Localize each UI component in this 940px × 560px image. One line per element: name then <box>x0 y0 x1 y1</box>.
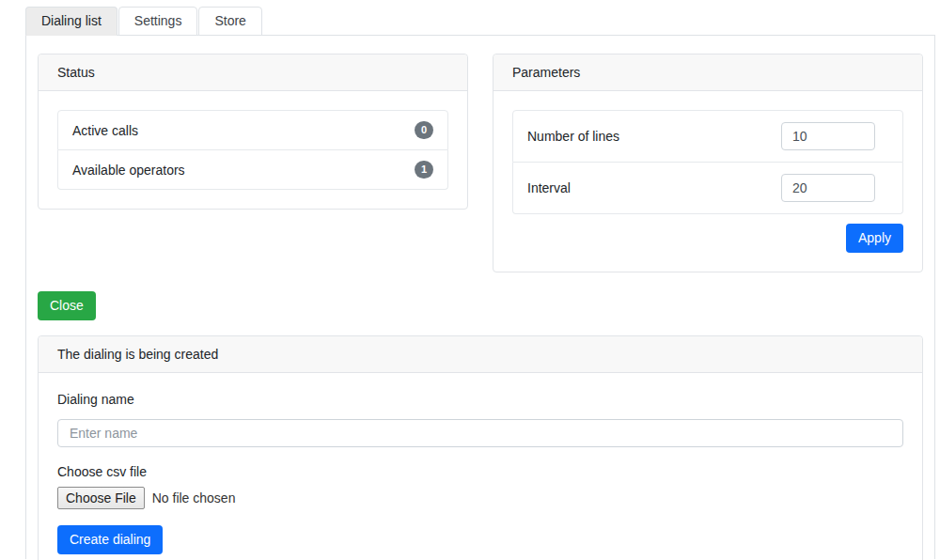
dialing-name-input[interactable] <box>57 419 903 447</box>
dialing-name-label: Dialing name <box>57 392 903 407</box>
interval-input[interactable] <box>781 174 875 202</box>
choose-file-button[interactable]: Choose File <box>57 487 145 509</box>
available-operators-badge: 1 <box>415 161 433 179</box>
active-calls-label: Active calls <box>72 123 138 138</box>
available-operators-label: Available operators <box>72 163 185 178</box>
create-dialing-card: The dialing is being created Dialing nam… <box>38 335 923 560</box>
create-dialing-card-body: Dialing name Choose csv file Choose File… <box>39 373 922 560</box>
param-row-number-of-lines: Number of lines <box>512 110 903 163</box>
close-button[interactable]: Close <box>38 291 96 320</box>
list-item-active-calls: Active calls 0 <box>57 110 448 150</box>
list-item-available-operators: Available operators 1 <box>57 150 448 190</box>
page: Dialing list Settings Store Status Activ… <box>0 0 940 560</box>
tab-content: Status Active calls 0 Available operator… <box>25 35 935 559</box>
number-of-lines-label: Number of lines <box>527 129 619 144</box>
choose-csv-label: Choose csv file <box>57 464 903 479</box>
param-row-interval: Interval <box>512 163 903 214</box>
apply-button[interactable]: Apply <box>846 224 903 253</box>
number-of-lines-input[interactable] <box>781 122 875 150</box>
file-status-text: No file chosen <box>152 490 236 506</box>
parameters-card: Parameters Number of lines Interval <box>493 54 923 272</box>
apply-row: Apply <box>512 224 903 253</box>
active-calls-badge: 0 <box>415 121 433 139</box>
csv-file-input[interactable]: Choose File No file chosen <box>57 487 903 509</box>
create-dialing-card-title: The dialing is being created <box>39 336 922 373</box>
tab-store[interactable]: Store <box>198 7 261 36</box>
parameters-card-title: Parameters <box>494 54 922 91</box>
status-card-title: Status <box>39 54 467 91</box>
parameters-card-body: Number of lines Interval Apply <box>494 91 922 272</box>
tab-bar: Dialing list Settings Store <box>25 0 940 35</box>
status-list: Active calls 0 Available operators 1 <box>57 110 448 190</box>
top-cards-row: Status Active calls 0 Available operator… <box>38 54 923 272</box>
parameters-list: Number of lines Interval <box>512 110 903 214</box>
status-card: Status Active calls 0 Available operator… <box>38 54 468 210</box>
tab-dialing-list[interactable]: Dialing list <box>25 7 118 36</box>
interval-label: Interval <box>527 180 571 195</box>
status-card-body: Active calls 0 Available operators 1 <box>39 91 467 209</box>
create-dialing-button[interactable]: Create dialing <box>57 525 163 554</box>
tab-settings[interactable]: Settings <box>118 7 198 36</box>
